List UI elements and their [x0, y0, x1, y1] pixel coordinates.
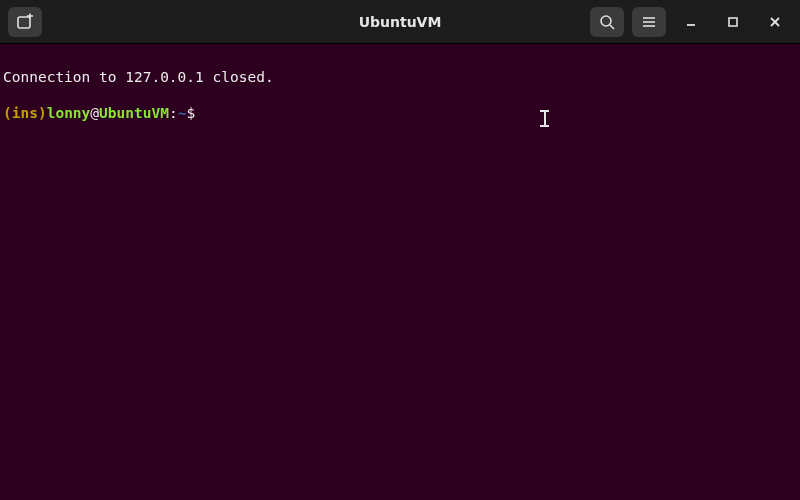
terminal-text: Connection to 127.0.0.1 closed.: [3, 69, 274, 85]
svg-point-3: [601, 16, 611, 26]
terminal-prompt-line: (ins)lonny@UbuntuVM:~$: [3, 104, 800, 122]
terminal-viewport[interactable]: Connection to 127.0.0.1 closed. (ins)lon…: [0, 44, 800, 500]
prompt-at: @: [90, 105, 99, 121]
minimize-button[interactable]: [674, 7, 708, 37]
window-titlebar: UbuntuVM: [0, 0, 800, 44]
close-icon: [768, 15, 782, 29]
prompt-colon: :: [169, 105, 178, 121]
prompt-user: lonny: [47, 105, 91, 121]
prompt-host: UbuntuVM: [99, 105, 169, 121]
svg-rect-0: [18, 17, 30, 28]
close-button[interactable]: [758, 7, 792, 37]
new-tab-icon: [16, 13, 34, 31]
menu-button[interactable]: [632, 7, 666, 37]
maximize-icon: [726, 15, 740, 29]
hamburger-menu-icon: [641, 14, 657, 30]
terminal-output-line: Connection to 127.0.0.1 closed.: [3, 68, 800, 86]
svg-rect-9: [729, 18, 737, 26]
search-button[interactable]: [590, 7, 624, 37]
new-tab-button[interactable]: [8, 7, 42, 37]
prompt-symbol: $: [186, 105, 195, 121]
search-icon: [599, 14, 615, 30]
prompt-paren-close: ): [38, 105, 47, 121]
titlebar-right-cluster: [590, 7, 792, 37]
window-title: UbuntuVM: [359, 14, 442, 30]
prompt-mode: ins: [12, 105, 38, 121]
prompt-paren-open: (: [3, 105, 12, 121]
maximize-button[interactable]: [716, 7, 750, 37]
svg-line-4: [610, 25, 614, 29]
minimize-icon: [684, 15, 698, 29]
